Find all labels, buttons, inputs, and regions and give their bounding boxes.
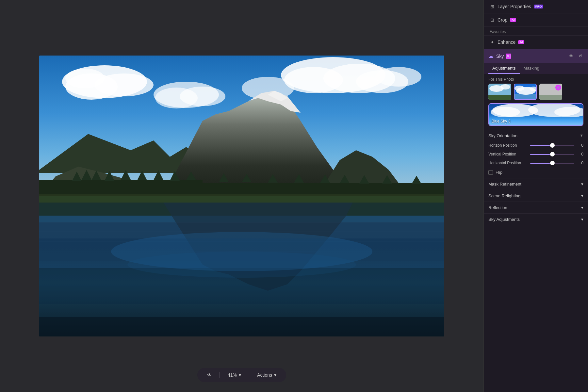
enhance-item[interactable]: ✦ Enhance AI [484, 36, 588, 49]
toolbar-divider-2 [249, 372, 249, 378]
eye-icon: 👁 [207, 372, 212, 378]
sky-preset-3[interactable]: 🛒 [539, 84, 562, 100]
right-panel: ⊞ Layer Properties PRO ⊡ Crop AI Favorit… [483, 0, 588, 392]
sky-orientation-header[interactable]: Sky Orientation ▲ [484, 130, 588, 141]
layer-properties-item[interactable]: ⊞ Layer Properties PRO [484, 0, 588, 13]
crop-section: ⊡ Crop AI [484, 13, 588, 27]
svg-rect-65 [514, 94, 537, 100]
horizontal-position-value: 0 [577, 161, 583, 165]
svg-point-6 [65, 69, 105, 88]
chevron-down-icon: ▾ [239, 372, 241, 378]
scene-relighting-label: Scene Relighting [488, 193, 520, 198]
preset-cart-badge: 🛒 [555, 85, 561, 90]
sky-preset-2[interactable] [514, 84, 537, 100]
sky-header-actions: 👁 ↺ [568, 52, 583, 60]
horizontal-fill [530, 163, 552, 164]
favorites-label: Favorites [484, 27, 588, 35]
sky-adjustments-label: Sky Adjustments [488, 217, 520, 222]
sky-selected-label: Blue Sky 3 [492, 119, 510, 123]
orientation-collapse-arrow: ▲ [580, 134, 583, 138]
flip-checkbox[interactable] [488, 170, 493, 175]
svg-rect-70 [539, 95, 562, 100]
mask-refinement-arrow: ▾ [581, 182, 583, 187]
svg-point-58 [127, 252, 356, 278]
svg-rect-63 [488, 95, 511, 100]
horizon-thumb[interactable] [550, 143, 555, 148]
zoom-control[interactable]: 41% ▾ [225, 371, 244, 379]
vertical-position-value: 0 [577, 152, 583, 156]
canvas-area: 👁 41% ▾ Actions ▾ [0, 0, 483, 392]
svg-point-14 [180, 87, 225, 106]
tab-masking[interactable]: Masking [520, 63, 543, 74]
visibility-toggle[interactable]: 👁 [204, 371, 214, 379]
crop-icon: ⊡ [490, 17, 495, 23]
vertical-position-row: Vertical Position 0 [484, 150, 588, 159]
layers-icon: ⊞ [490, 4, 495, 9]
favorites-section: Favorites [484, 27, 588, 36]
sky-title-group: ☁ Sky AI [488, 53, 511, 59]
layer-properties-section: ⊞ Layer Properties PRO [484, 0, 588, 13]
flip-row: Flip [484, 168, 588, 178]
enhance-label: Enhance [498, 40, 515, 45]
scene-svg [39, 56, 444, 336]
app-container: 👁 41% ▾ Actions ▾ ⊞ Layer Properties PRO [0, 0, 588, 392]
sky-tabs: Adjustments Masking [484, 63, 588, 74]
svg-point-62 [500, 84, 510, 90]
actions-button[interactable]: Actions ▾ [254, 371, 279, 379]
for-this-photo-label: For This Photo [484, 74, 588, 84]
sky-module: ☁ Sky AI 👁 ↺ Adjustments [484, 49, 588, 225]
svg-point-73 [491, 107, 520, 117]
reflection-section[interactable]: Reflection ▾ [484, 202, 588, 213]
sky-orientation-section: Sky Orientation ▲ Horizon Position 0 Ver… [484, 130, 588, 178]
reflection-label: Reflection [488, 205, 507, 210]
sky-preset-1[interactable] [488, 84, 511, 100]
enhance-section: ✦ Enhance AI [484, 36, 588, 49]
actions-label: Actions [257, 372, 272, 378]
svg-point-11 [376, 67, 421, 87]
svg-rect-59 [39, 317, 444, 336]
svg-point-67 [514, 86, 524, 91]
sky-adjustments-section[interactable]: Sky Adjustments ▾ [484, 213, 588, 225]
vertical-thumb[interactable] [550, 152, 555, 156]
mask-refinement-section[interactable]: Mask Refinement ▾ [484, 178, 588, 190]
horizon-position-value: 0 [577, 143, 583, 148]
horizon-position-slider[interactable] [530, 145, 574, 146]
sky-selected-preview[interactable]: Blue Sky 3 [488, 103, 583, 126]
sky-orientation-title: Sky Orientation [488, 133, 517, 138]
horizontal-position-label: Horizontal Position [488, 161, 528, 165]
horizon-position-row: Horizon Position 0 [484, 141, 588, 150]
sky-reset-btn[interactable]: ↺ [577, 52, 583, 60]
enhance-icon: ✦ [490, 40, 495, 45]
eye-icon-sky: 👁 [569, 54, 573, 58]
horizontal-position-slider[interactable] [530, 163, 574, 164]
reflection-arrow: ▾ [581, 205, 583, 210]
horizon-fill [530, 145, 552, 146]
crop-item[interactable]: ⊡ Crop AI [484, 13, 588, 26]
tab-adjustments[interactable]: Adjustments [488, 63, 520, 74]
mask-refinement-label: Mask Refinement [488, 182, 521, 187]
sky-header: ☁ Sky AI 👁 ↺ [484, 49, 588, 63]
pro-badge: PRO [534, 5, 544, 8]
svg-rect-43 [39, 196, 444, 203]
toolbar-divider [220, 372, 220, 378]
sky-icon: ☁ [488, 53, 494, 59]
enhance-ai-badge: AI [518, 40, 524, 44]
photo-container [39, 56, 444, 336]
scene-relighting-arrow: ▾ [581, 193, 583, 198]
sky-title: Sky [496, 54, 504, 59]
sky-visibility-btn[interactable]: 👁 [568, 52, 575, 60]
sky-presets-row: 🛒 [484, 84, 588, 103]
vertical-position-slider[interactable] [530, 154, 574, 155]
chevron-down-icon-2: ▾ [274, 372, 276, 378]
vertical-position-label: Vertical Position [488, 152, 528, 156]
sky-adjustments-arrow: ▾ [581, 217, 583, 222]
reset-icon: ↺ [579, 54, 582, 58]
scene-relighting-section[interactable]: Scene Relighting ▾ [484, 190, 588, 202]
zoom-value: 41% [228, 372, 237, 378]
vertical-fill [530, 154, 552, 155]
horizontal-thumb[interactable] [550, 161, 555, 165]
sky-ai-badge: AI [506, 54, 511, 59]
horizon-position-label: Horizon Position [488, 143, 528, 148]
flip-label: Flip [496, 170, 502, 175]
layer-properties-label: Layer Properties [498, 4, 531, 9]
